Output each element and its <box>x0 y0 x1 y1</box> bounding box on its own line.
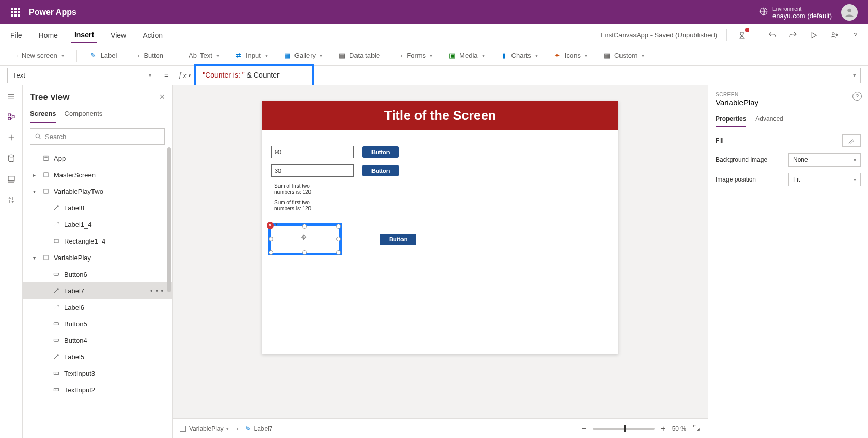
menu-view[interactable]: View <box>107 28 129 42</box>
rail-hamburger-icon[interactable] <box>6 90 17 102</box>
tree-close-icon[interactable]: × <box>159 92 165 102</box>
prop-fill-label: Fill <box>716 137 723 144</box>
ribbon-new-screen[interactable]: ▭New screen▾ <box>7 50 67 62</box>
prop-bgimage-select[interactable]: None▾ <box>788 153 861 167</box>
tree-node-label: Button4 <box>64 337 87 344</box>
tree-node-rectangle1_4[interactable]: Rectangle1_4 <box>23 233 172 249</box>
fullscreen-icon[interactable] <box>692 424 701 433</box>
share-icon[interactable] <box>829 29 840 41</box>
tab-screens[interactable]: Screens <box>30 105 56 123</box>
zoom-in-icon[interactable]: + <box>661 424 665 433</box>
tree-node-label7[interactable]: Label7• • • <box>23 282 172 299</box>
zoom-out-icon[interactable]: − <box>582 424 586 433</box>
app-checker-icon[interactable] <box>736 29 748 41</box>
tree-node-variableplay[interactable]: ▾VariablePlay <box>23 249 172 266</box>
canvas-button-3[interactable]: Button <box>380 234 416 245</box>
tree-node-label8[interactable]: Label8 <box>23 200 172 216</box>
ribbon-label[interactable]: ✎Label <box>86 50 120 62</box>
error-badge-icon[interactable]: ✕ <box>267 222 274 229</box>
prop-fill-swatch[interactable] <box>842 134 861 147</box>
tree-node-button6[interactable]: Button6 <box>23 266 172 282</box>
tab-components[interactable]: Components <box>65 105 103 123</box>
tree-node-button5[interactable]: Button5 <box>23 315 172 332</box>
tree-button-icon <box>52 336 61 345</box>
rail-tree-icon[interactable] <box>6 111 17 123</box>
play-icon[interactable] <box>808 29 819 41</box>
ribbon-button[interactable]: ▭Button <box>129 50 166 62</box>
tree-node-label1_4[interactable]: Label1_4 <box>23 216 172 233</box>
rail-data-icon[interactable] <box>6 153 17 164</box>
property-dropdown[interactable]: Text▾ <box>7 68 157 83</box>
tree-rect-icon <box>52 236 61 246</box>
tree-toggle-icon[interactable]: ▾ <box>30 189 38 194</box>
prop-tab-advanced[interactable]: Advanced <box>755 112 783 127</box>
environment-picker[interactable]: Environment enayu.com (default) <box>772 6 832 19</box>
formula-input[interactable]: "Counter is: " & Counter ▾ <box>198 68 861 83</box>
ribbon-input[interactable]: ⇄Input▾ <box>231 50 271 62</box>
resize-handle[interactable] <box>336 224 341 229</box>
menu-home[interactable]: Home <box>36 28 61 42</box>
ribbon-icons[interactable]: ✦Icons▾ <box>550 50 591 62</box>
tree-button-icon <box>52 319 61 328</box>
prop-tab-properties[interactable]: Properties <box>716 112 746 127</box>
tree-node-masterscreen[interactable]: ▸MasterScreen <box>23 167 172 183</box>
rail-media-icon[interactable] <box>6 173 17 185</box>
menu-action[interactable]: Action <box>140 28 166 42</box>
tree-more-icon[interactable]: • • • <box>150 287 168 295</box>
waffle-icon[interactable] <box>5 8 26 17</box>
tree-node-variableplaytwo[interactable]: ▾VariablePlayTwo <box>23 183 172 200</box>
ribbon-gallery[interactable]: ▦Gallery▾ <box>280 50 326 62</box>
svg-point-6 <box>8 155 14 157</box>
undo-icon[interactable] <box>767 29 778 41</box>
rail-advanced-icon[interactable] <box>6 194 17 205</box>
fx-icon[interactable]: fx▾ <box>176 71 194 80</box>
menu-insert[interactable]: Insert <box>71 27 97 43</box>
canvas-button-1[interactable]: Button <box>362 146 399 158</box>
resize-handle[interactable] <box>269 237 273 241</box>
formula-expand-icon[interactable]: ▾ <box>853 72 856 79</box>
ribbon-media[interactable]: ▣Media▾ <box>445 50 487 62</box>
help-icon[interactable] <box>849 29 861 41</box>
svg-rect-10 <box>45 157 48 157</box>
info-icon[interactable]: ? <box>853 92 862 101</box>
error-chevron-icon[interactable]: ▾ <box>275 222 278 227</box>
ribbon-custom[interactable]: ▦Custom▾ <box>600 50 647 62</box>
canvas-button-2[interactable]: Button <box>362 165 399 176</box>
tree-scrollbar[interactable] <box>167 147 171 292</box>
resize-handle[interactable] <box>302 224 307 229</box>
tree-toggle-icon[interactable]: ▾ <box>30 255 38 261</box>
breadcrumb-control[interactable]: ✎ Label7 <box>245 425 272 432</box>
text-input-1[interactable]: 90 <box>271 146 354 158</box>
prop-imgpos-select[interactable]: Fit▾ <box>788 173 861 186</box>
ribbon-charts[interactable]: ▮Charts▾ <box>497 50 541 62</box>
svg-rect-19 <box>54 389 58 391</box>
resize-handle[interactable] <box>269 250 273 255</box>
tree-search-input[interactable]: Search <box>30 128 165 145</box>
redo-icon[interactable] <box>787 29 799 41</box>
tree-node-textinput3[interactable]: TextInput3 <box>23 365 172 382</box>
rail-insert-icon[interactable] <box>6 132 17 143</box>
breadcrumb-screen[interactable]: VariablePlay ▾ <box>180 425 229 432</box>
resize-handle[interactable] <box>302 250 307 255</box>
menu-file[interactable]: File <box>7 28 25 42</box>
ribbon-text[interactable]: AbText▾ <box>185 50 222 62</box>
tree-node-app[interactable]: App <box>23 150 172 167</box>
tree-node-textinput2[interactable]: TextInput2 <box>23 382 172 398</box>
tree-node-label6[interactable]: Label6 <box>23 299 172 315</box>
screen-preview[interactable]: Title of the Screen 90 Button 30 Button … <box>262 101 618 354</box>
user-avatar[interactable] <box>841 4 858 21</box>
formula-bar: Text▾ = fx▾ "Counter is: " & Counter ▾ <box>0 66 868 85</box>
tree-toggle-icon[interactable]: ▸ <box>30 172 38 178</box>
svg-rect-5 <box>12 116 14 118</box>
prop-bgimage-label: Background image <box>716 156 767 163</box>
resize-handle[interactable] <box>336 250 341 255</box>
selected-label-control[interactable]: ✕ ▾ ✥ <box>271 226 338 252</box>
tree-node-button4[interactable]: Button4 <box>23 332 172 349</box>
tree-node-label5[interactable]: Label5 <box>23 349 172 365</box>
text-input-2[interactable]: 30 <box>271 164 354 177</box>
ribbon-forms[interactable]: ▭Forms▾ <box>392 50 436 62</box>
svg-rect-3 <box>8 114 11 116</box>
zoom-slider[interactable] <box>593 428 655 430</box>
ribbon-data-table[interactable]: ▤Data table <box>335 50 383 62</box>
resize-handle[interactable] <box>336 237 341 241</box>
